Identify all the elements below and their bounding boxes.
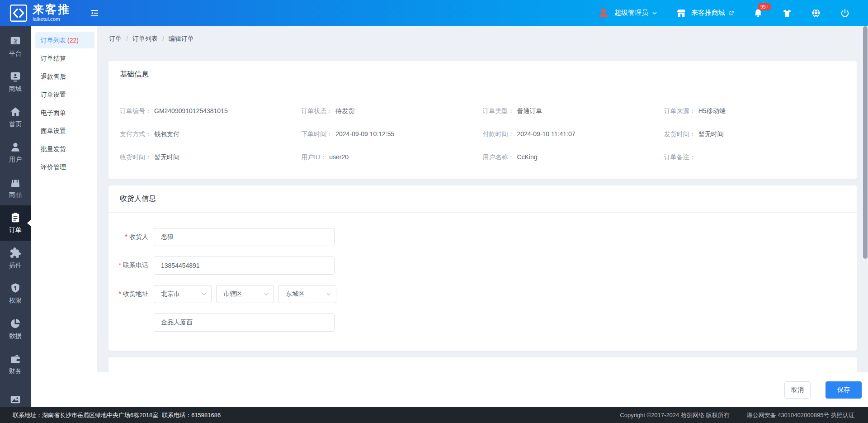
info-field-value: GM240909101254381015 bbox=[154, 107, 228, 114]
info-field-value: 暂无时间 bbox=[698, 130, 724, 138]
rail-item-data[interactable]: 数据 bbox=[0, 311, 31, 347]
sidebar-item-label: 面单设置 bbox=[41, 127, 66, 134]
sidebar-item-label: 订单结算 bbox=[41, 55, 66, 62]
rail-item-label: 插件 bbox=[9, 261, 22, 270]
sidebar-item-label: 评价管理 bbox=[41, 163, 66, 171]
recipient-name-input[interactable] bbox=[154, 228, 335, 246]
rail-item-mall[interactable]: 商城 bbox=[0, 64, 31, 100]
chevron-down-icon bbox=[201, 291, 207, 297]
sidebar-item-评价管理[interactable]: 评价管理 bbox=[35, 159, 94, 175]
sidebar-item-面单设置[interactable]: 面单设置 bbox=[35, 123, 94, 139]
info-field-value: 2024-09-09 10:12:55 bbox=[335, 130, 394, 138]
rail-item-home[interactable]: 首页 bbox=[0, 100, 31, 135]
breadcrumb: 订单/订单列表/编辑订单 bbox=[97, 26, 868, 52]
info-field-value: 待发货 bbox=[335, 107, 354, 114]
basic-info-card: 基础信息 订单编号：GM240909101254381015订单状态：待发货订单… bbox=[108, 61, 857, 179]
info-field-value: 2024-09-10 11:41:07 bbox=[517, 130, 576, 138]
rail-item-label: 财务 bbox=[9, 367, 22, 375]
rail-item-auth[interactable]: 权限 bbox=[0, 276, 31, 311]
info-field: 付款时间：2024-09-10 11:41:07 bbox=[483, 130, 664, 138]
logo-subtitle: laiketui.com bbox=[33, 17, 71, 22]
footer-address: 联系地址：湖南省长沙市岳麓区绿地中央广场6栋2018室 bbox=[13, 412, 158, 418]
theme-button[interactable] bbox=[782, 8, 792, 18]
info-field-label: 收货时间： bbox=[120, 153, 151, 161]
notifications-button[interactable]: 99+ bbox=[753, 8, 763, 18]
info-field-label: 订单来源： bbox=[664, 107, 696, 114]
globe-icon bbox=[811, 8, 821, 18]
sidebar-item-订单结算[interactable]: 订单结算 bbox=[35, 50, 94, 67]
platform-card-icon: S bbox=[9, 35, 21, 47]
rail-item-media[interactable] bbox=[0, 382, 31, 407]
info-field: 订单编号：GM240909101254381015 bbox=[120, 107, 301, 115]
cancel-button[interactable]: 取消 bbox=[784, 381, 811, 399]
tshirt-icon bbox=[782, 8, 792, 18]
info-field-label: 付款时间： bbox=[483, 130, 514, 138]
sidebar-item-批量发货[interactable]: 批量发货 bbox=[35, 141, 94, 157]
user-menu[interactable]: 超级管理员 bbox=[598, 7, 657, 19]
svg-text:S: S bbox=[14, 38, 17, 43]
basic-info-title: 基础信息 bbox=[108, 61, 857, 88]
sidebar-item-label: 电子面单 bbox=[41, 109, 66, 116]
logout-button[interactable] bbox=[840, 8, 850, 18]
recipient-card: 收货人信息 *收货人 *联系电话 *收货地址 北京市 市辖区 bbox=[108, 185, 857, 351]
logo-title: 来客推 bbox=[33, 4, 71, 15]
storefront-icon bbox=[676, 8, 686, 18]
sidebar-item-电子面单[interactable]: 电子面单 bbox=[35, 105, 94, 121]
recipient-title: 收货人信息 bbox=[108, 185, 857, 213]
sidebar-item-label: 订单设置 bbox=[41, 91, 66, 98]
sidebar-item-退款售后[interactable]: 退款售后 bbox=[35, 68, 94, 85]
rail-item-goods[interactable]: 商品 bbox=[0, 170, 31, 205]
info-field-label: 支付方式： bbox=[120, 130, 151, 138]
rail-item-user[interactable]: 用户 bbox=[0, 135, 31, 170]
basic-info-grid: 订单编号：GM240909101254381015订单状态：待发货订单类型：普通… bbox=[108, 88, 857, 179]
info-field-value: 暂无时间 bbox=[154, 153, 179, 161]
breadcrumb-item-订单[interactable]: 订单 bbox=[109, 35, 122, 43]
breadcrumb-separator: / bbox=[162, 35, 164, 43]
breadcrumb-item-编辑订单: 编辑订单 bbox=[169, 35, 194, 43]
main-content: 订单/订单列表/编辑订单 基础信息 订单编号：GM240909101254381… bbox=[97, 26, 868, 407]
shopping-bag-icon bbox=[9, 176, 21, 188]
recipient-name-label: *收货人 bbox=[108, 233, 154, 241]
province-select[interactable]: 北京市 bbox=[154, 285, 212, 303]
puzzle-icon bbox=[9, 247, 21, 259]
collapse-menu-icon[interactable] bbox=[90, 8, 99, 18]
user-icon bbox=[9, 141, 21, 153]
info-field: 订单来源：H5移动端 bbox=[664, 107, 845, 115]
rail-item-label: 用户 bbox=[9, 156, 22, 164]
save-button[interactable]: 保存 bbox=[826, 381, 862, 399]
info-field: 用户名称：CcKing bbox=[483, 153, 664, 162]
recipient-address-label: *收货地址 bbox=[108, 290, 154, 298]
image-icon bbox=[9, 394, 21, 405]
sidebar-item-count: (22) bbox=[67, 37, 79, 44]
vertical-scrollbar-thumb[interactable] bbox=[863, 26, 868, 259]
breadcrumb-item-订单列表[interactable]: 订单列表 bbox=[132, 35, 158, 43]
chevron-down-icon bbox=[326, 291, 331, 297]
info-field: 收货时间：暂无时间 bbox=[120, 153, 301, 162]
sidebar-item-订单设置[interactable]: 订单设置 bbox=[35, 86, 94, 103]
shop-link[interactable]: 来客推商城 bbox=[676, 8, 734, 18]
info-field-label: 用户名称： bbox=[483, 153, 514, 161]
page-footer: 联系地址：湖南省长沙市岳麓区绿地中央广场6栋2018室联系电话：61598168… bbox=[0, 407, 868, 423]
sidebar-item-订单列表[interactable]: 订单列表(22) bbox=[35, 32, 94, 48]
info-field-value: CcKing bbox=[517, 153, 538, 161]
city-select[interactable]: 市辖区 bbox=[216, 285, 274, 303]
address-detail-input[interactable] bbox=[154, 314, 335, 332]
rail-item-label: 订单 bbox=[9, 226, 22, 234]
rail-item-order[interactable]: 订单 bbox=[0, 205, 31, 241]
info-field-value: H5移动端 bbox=[698, 107, 726, 114]
current-user-name: 超级管理员 bbox=[614, 9, 648, 17]
language-button[interactable] bbox=[811, 8, 821, 18]
rail-item-label: 权限 bbox=[9, 297, 22, 305]
rail-item-plugin[interactable]: 插件 bbox=[0, 241, 31, 276]
form-action-bar: 取消 保存 bbox=[97, 372, 868, 407]
info-field: 订单状态：待发货 bbox=[301, 107, 482, 115]
left-rail: S平台商城首页用户商品订单插件权限数据财务 bbox=[0, 26, 31, 407]
rail-item-finance[interactable]: 财务 bbox=[0, 347, 31, 382]
info-field-label: 用户ID： bbox=[301, 153, 326, 161]
info-field-label: 订单状态： bbox=[301, 107, 333, 114]
recipient-phone-input[interactable] bbox=[154, 257, 335, 275]
rail-item-platform[interactable]: S平台 bbox=[0, 29, 31, 64]
shield-key-icon bbox=[9, 282, 21, 294]
district-select[interactable]: 东城区 bbox=[278, 285, 336, 303]
top-header: 来客推 laiketui.com 超级管理员 来客推商城 bbox=[0, 0, 868, 26]
